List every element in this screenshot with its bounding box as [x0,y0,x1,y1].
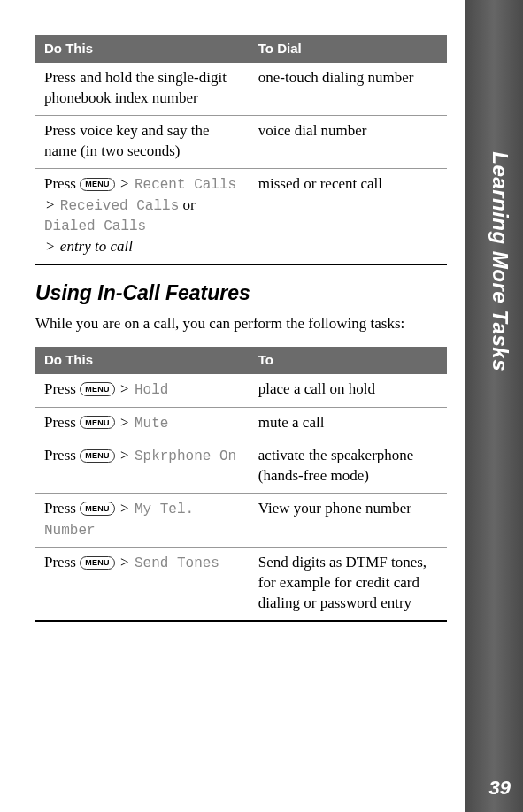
separator-gt: > [44,196,60,213]
cell-action: Press MENU > Send Tones [35,548,250,621]
page-content: Do This To Dial Press and hold the singl… [0,0,465,622]
page-number: 39 [489,777,511,800]
text-press: Press [44,175,80,192]
text-or: or [179,196,195,213]
cell-action: Press MENU > My Tel. Number [35,493,250,547]
separator-gt: > [115,554,135,571]
menu-button-icon: MENU [80,382,115,395]
cell-result: place a call on hold [250,374,447,407]
in-call-features-table: Do This To Press MENU > Hold place a cal… [35,347,447,622]
cell-action: Press MENU > Spkrphone On [35,440,250,494]
table-row: Press MENU > Hold place a call on hold [35,374,447,407]
table-row: Press voice key and say the name (in two… [35,116,447,169]
cell-result: one-touch dialing number [250,63,447,115]
separator-gt: > [44,238,60,255]
text-press: Press [44,554,80,571]
text-press: Press [44,447,80,463]
dial-shortcut-table: Do This To Dial Press and hold the singl… [35,35,447,265]
menu-button-icon: MENU [80,556,115,570]
table1-header-left: Do This [35,35,250,63]
menu-button-icon: MENU [80,178,115,191]
cell-result: mute a call [250,407,447,440]
text-press: Press [44,500,80,517]
table-row: Press MENU > Send Tones Send digits as D… [35,548,447,621]
cell-result: activate the speakerphone (hands-free mo… [250,440,447,494]
table2-header-left: Do This [35,347,250,374]
side-tab: Learning More Tasks 39 [465,0,523,812]
table-row: Press MENU > Recent Calls > Received Cal… [35,169,447,264]
menu-path-received-calls: Received Calls [60,198,179,214]
variable-entry-to-call: entry to call [60,238,133,255]
menu-button-icon: MENU [80,449,115,463]
cell-result: View your phone number [250,493,447,547]
side-section-label: Learning More Tasks [488,151,512,372]
cell-result: voice dial number [250,116,447,169]
text-press: Press [44,414,80,431]
table-row: Press MENU > My Tel. Number View your ph… [35,493,447,547]
table-row: Press and hold the single-digit phoneboo… [35,63,447,115]
table-row: Press MENU > Spkrphone On activate the s… [35,440,447,494]
separator-gt: > [115,414,135,431]
cell-result: missed or recent call [250,169,447,264]
separator-gt: > [115,500,135,517]
separator-gt: > [115,447,135,463]
menu-button-icon: MENU [80,416,115,429]
cell-result: Send digits as DTMF tones, for example f… [250,548,447,621]
menu-path-recent-calls: Recent Calls [135,177,236,193]
cell-action: Press and hold the single-digit phoneboo… [35,63,250,115]
separator-gt: > [115,380,135,397]
section-intro: While you are on a call, you can perform… [35,314,447,334]
table-row: Press MENU > Mute mute a call [35,407,447,440]
cell-action: Press voice key and say the name (in two… [35,116,250,169]
menu-path-spkrphone: Spkrphone On [135,448,236,464]
cell-action: Press MENU > Mute [35,407,250,440]
table2-header-right: To [250,347,447,374]
cell-action: Press MENU > Recent Calls > Received Cal… [35,169,250,264]
text-press: Press [44,380,80,397]
table1-header-right: To Dial [250,35,447,63]
menu-path-dialed-calls: Dialed Calls [44,218,146,234]
cell-action: Press MENU > Hold [35,374,250,407]
menu-button-icon: MENU [80,502,115,515]
menu-path-hold: Hold [135,382,168,398]
section-heading: Using In-Call Features [35,281,447,305]
menu-path-mute: Mute [135,416,168,432]
menu-path-send-tones: Send Tones [135,555,219,571]
separator-gt: > [115,175,135,192]
